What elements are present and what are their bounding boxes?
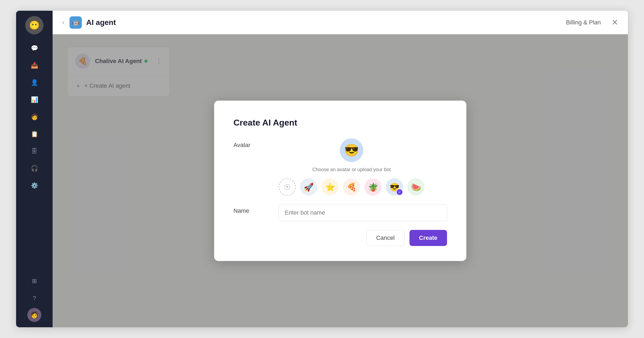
sidebar-icon-widget[interactable]: ⊞ xyxy=(27,274,42,289)
sidebar-icon-board[interactable]: 📋 xyxy=(27,127,42,142)
avatar-option-watermelon[interactable]: 🍉 xyxy=(407,178,425,196)
topbar: ‹ 🤖 AI agent Billing & Plan ✕ xyxy=(53,11,628,34)
sidebar-icon-database[interactable]: 🗄 xyxy=(27,144,42,159)
sidebar-icon-inbox[interactable]: 📥 xyxy=(27,58,42,73)
modal-title: Create AI Agent xyxy=(233,118,447,128)
avatar-upload-option[interactable] xyxy=(279,178,296,196)
main-content: ‹ 🤖 AI agent Billing & Plan ✕ 🍕 Chative … xyxy=(53,11,628,327)
billing-link[interactable]: Billing & Plan xyxy=(566,19,601,26)
avatar-preview: 😎 xyxy=(340,138,363,162)
page-title: AI agent xyxy=(86,18,562,27)
bot-name-input[interactable] xyxy=(279,204,447,221)
topbar-ai-icon: 🤖 xyxy=(69,16,82,29)
avatar-option-star[interactable]: ⭐ xyxy=(321,178,339,196)
sidebar: 😶 💬 📥 👤 📊 🧑 📋 🗄 🎧 ⚙️ ⊞ ? 🧑 xyxy=(16,11,53,327)
back-button[interactable]: ‹ xyxy=(62,19,64,26)
avatar-option-rocket[interactable]: 🚀 xyxy=(300,178,317,196)
name-label: Name xyxy=(233,204,266,214)
sidebar-icon-profile[interactable]: 🧑 xyxy=(27,109,42,124)
avatar-label: Avatar xyxy=(233,138,266,149)
avatar-field: Avatar 😎 Choose an avatar or upload your… xyxy=(233,138,447,196)
avatar-option-pizza[interactable]: 🍕 xyxy=(343,178,360,196)
sidebar-bottom-avatar[interactable]: 🧑 xyxy=(27,308,41,322)
close-button[interactable]: ✕ xyxy=(612,18,618,27)
avatar-option-plant[interactable]: 🪴 xyxy=(364,178,382,196)
sidebar-icon-audio[interactable]: 🎧 xyxy=(27,161,42,176)
modal-overlay: Create AI Agent Avatar 😎 Choose an avata… xyxy=(53,34,628,327)
sidebar-icon-help[interactable]: ? xyxy=(27,291,42,306)
app-window: 😶 💬 📥 👤 📊 🧑 📋 🗄 🎧 ⚙️ ⊞ ? 🧑 ‹ 🤖 AI agent … xyxy=(16,11,628,327)
sidebar-icon-contacts[interactable]: 👤 xyxy=(27,75,42,90)
name-field: Name xyxy=(233,204,447,221)
avatar-options: 🚀 ⭐ 🍕 🪴 😎✓ 🍉 xyxy=(279,178,425,196)
page-body: 🍕 Chative AI Agent ⋮ ＋ + Create AI agent xyxy=(53,34,628,327)
sidebar-icon-settings[interactable]: ⚙️ xyxy=(27,178,42,193)
avatar-section: 😎 Choose an avatar or upload your bot xyxy=(279,138,425,196)
create-agent-modal: Create AI Agent Avatar 😎 Choose an avata… xyxy=(214,101,466,261)
sidebar-user-avatar[interactable]: 😶 xyxy=(25,16,43,34)
sidebar-icon-chat[interactable]: 💬 xyxy=(27,41,42,56)
avatar-hint: Choose an avatar or upload your bot xyxy=(312,167,391,172)
sidebar-icon-reports[interactable]: 📊 xyxy=(27,92,42,107)
avatar-option-sunglasses[interactable]: 😎✓ xyxy=(386,178,403,196)
modal-actions: Cancel Create xyxy=(233,230,447,246)
cancel-button[interactable]: Cancel xyxy=(366,230,404,246)
create-button[interactable]: Create xyxy=(409,230,447,246)
